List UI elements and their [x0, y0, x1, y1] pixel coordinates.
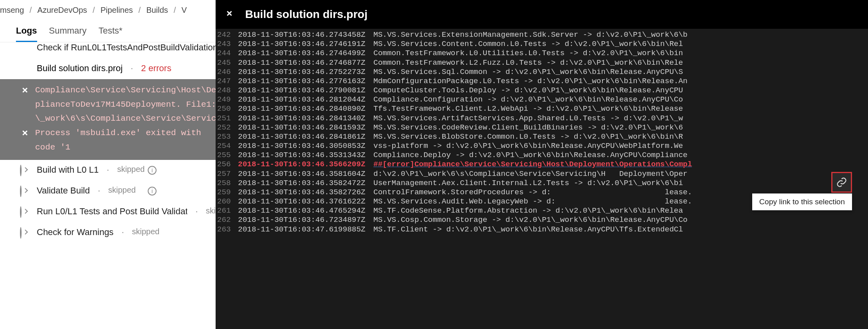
step-status-skipped: ski — [206, 206, 216, 215]
chevron-right-icon — [20, 207, 30, 217]
step-check-warnings[interactable]: Check for Warnings · skipped — [0, 222, 216, 243]
step-title: Build solution dirs.proj — [37, 63, 123, 74]
step-build-l0l1[interactable]: Build with L0 L1 · skipped i — [0, 160, 216, 181]
timestamp: 2018-11-30T16:03:46.2790081Z — [238, 86, 373, 95]
separator-dot: · — [129, 63, 135, 74]
info-icon[interactable]: i — [148, 187, 157, 195]
log-message: Compliance.Configuration -> d:\v2.0\P1\_… — [373, 95, 683, 104]
separator-dot: · — [194, 206, 199, 217]
step-title: Check for Warnings — [37, 227, 113, 237]
breadcrumb-item[interactable]: mseng — [0, 6, 24, 15]
tab-tests[interactable]: Tests* — [99, 26, 123, 42]
log-line[interactable]: 2432018-11-30T16:03:46.2746191ZMS.VS.Ser… — [216, 40, 868, 49]
step-build-dirs[interactable]: Build solution dirs.proj · 2 errors — [0, 58, 216, 79]
line-number: 255 — [216, 151, 238, 160]
timestamp: 2018-11-30T16:03:46.2841861Z — [238, 132, 373, 142]
timestamp: 2018-11-30T16:03:46.2840890Z — [238, 104, 373, 114]
timestamp: 2018-11-30T16:03:46.3050853Z — [238, 142, 373, 151]
log-line[interactable]: 2632018-11-30T16:03:47.6199885ZMS.TF.Cli… — [216, 225, 868, 234]
step-check-run[interactable]: Check if RunL0L1TestsAndPostBuildValidat… — [0, 42, 216, 58]
step-title: Check if RunL0L1TestsAndPostBuildValidat… — [37, 42, 216, 53]
log-message: MS.TF.Client -> d:\v2.0\P1\_work\6\bin\R… — [373, 225, 683, 234]
log-output[interactable]: 2422018-11-30T16:03:46.2743458ZMS.VS.Ser… — [216, 29, 868, 329]
error-count: 2 errors — [141, 63, 171, 74]
step-validate-build[interactable]: Validate Build · skipped i — [0, 181, 216, 201]
copy-link-tooltip: Copy link to this selection — [752, 193, 852, 210]
tab-summary[interactable]: Summary — [49, 26, 87, 42]
line-number: 248 — [216, 86, 238, 95]
log-line[interactable]: 2552018-11-30T16:03:46.3531343ZComplianc… — [216, 151, 868, 160]
chevron-separator: / — [93, 6, 95, 15]
line-number: 246 — [216, 68, 238, 77]
log-line[interactable]: 2582018-11-30T16:03:46.3582472ZUserManag… — [216, 179, 868, 188]
log-line[interactable]: 2512018-11-30T16:03:46.2841340ZMS.VS.Ser… — [216, 114, 868, 123]
log-line[interactable]: 2452018-11-30T16:03:46.2746877ZCommon.Te… — [216, 58, 868, 68]
line-number: 256 — [216, 160, 238, 169]
timestamp: 2018-11-30T16:03:46.3566209Z — [238, 160, 373, 169]
log-message: UserManagement.Aex.Client.Internal.L2.Te… — [373, 179, 683, 188]
breadcrumb-item[interactable]: V — [181, 6, 186, 15]
log-line[interactable]: 2422018-11-30T16:03:46.2743458ZMS.VS.Ser… — [216, 30, 868, 40]
log-line[interactable]: 2482018-11-30T16:03:46.2790081ZComputeCl… — [216, 86, 868, 95]
error-message-line: \_work\6\s\Compliance\Service\Servicing\… — [35, 112, 216, 126]
line-number: 242 — [216, 30, 238, 40]
log-message: vss-platform -> d:\v2.0\P1\_work\6\bin\R… — [373, 142, 683, 151]
breadcrumb-item[interactable]: Pipelines — [101, 6, 133, 15]
step-title: Validate Build — [37, 185, 90, 196]
breadcrumb-item[interactable]: AzureDevOps — [38, 6, 87, 15]
log-message: ##[error]Compliance\Service\Servicing\Ho… — [373, 160, 692, 169]
line-number: 244 — [216, 49, 238, 58]
tab-logs[interactable]: Logs — [16, 26, 37, 42]
log-line[interactable]: 2532018-11-30T16:03:46.2841861ZMS.VS.Ser… — [216, 132, 868, 142]
log-message: d:\v2.0\P1\_work\6\s\Compliance\Service\… — [373, 169, 688, 179]
log-message: MS.VS.Services.ExtensionManagement.Sdk.S… — [373, 30, 688, 40]
log-line[interactable]: 2492018-11-30T16:03:46.2812044ZComplianc… — [216, 95, 868, 104]
build-steps-pane: mseng/ AzureDevOps/ Pipelines/ Builds/ V… — [0, 0, 216, 329]
log-message: MS.VS.Services.Sql.Common -> d:\v2.0\P1\… — [373, 68, 683, 77]
log-message: MS.VS.Services.ArtifactServices.App.Shar… — [373, 114, 683, 123]
line-number: 257 — [216, 169, 238, 179]
link-icon — [836, 177, 847, 188]
error-message-line: plianceToDev17M145Deployment. File1: d:\… — [35, 98, 216, 112]
log-line[interactable]: 2572018-11-30T16:03:46.3581604Zd:\v2.0\P… — [216, 169, 868, 179]
log-message: MS.VS.Services.Audit.Web.LegacyWeb -> d:… — [373, 197, 692, 206]
line-number: 245 — [216, 58, 238, 68]
log-line[interactable]: 2442018-11-30T16:03:46.2746499ZCommon.Te… — [216, 49, 868, 58]
log-line[interactable]: 2502018-11-30T16:03:46.2840890ZTfs.TestF… — [216, 104, 868, 114]
log-line[interactable]: 2542018-11-30T16:03:46.3050853Zvss-platf… — [216, 142, 868, 151]
line-number: 262 — [216, 215, 238, 225]
chevron-right-icon — [20, 228, 30, 238]
chevron-right-icon — [20, 165, 30, 176]
copy-link-button[interactable] — [831, 172, 852, 193]
line-number: 260 — [216, 197, 238, 206]
chevron-separator: / — [30, 6, 32, 15]
step-list: Check if RunL0L1TestsAndPostBuildValidat… — [0, 42, 216, 243]
step-error-block[interactable]: Compliance\Service\Servicing\Host\Deploy… — [0, 79, 216, 160]
error-icon — [20, 85, 29, 94]
step-title: Run L0/L1 Tests and Post Build Validatio… — [37, 206, 187, 217]
error-icon — [20, 128, 29, 137]
timestamp: 2018-11-30T16:03:46.2841340Z — [238, 114, 373, 123]
timestamp: 2018-11-30T16:03:46.2746877Z — [238, 58, 373, 68]
error-icon — [20, 64, 30, 74]
log-line[interactable]: 2622018-11-30T16:03:46.7234897ZMS.VS.Cos… — [216, 215, 868, 225]
log-line[interactable]: 2472018-11-30T16:03:46.2776163ZMdmConfig… — [216, 77, 868, 86]
log-message: MdmConfigurationPackage.L0.Tests -> d:\v… — [373, 77, 688, 86]
log-message: Tfs.TestFramework.Client.L2.WebApi -> d:… — [373, 104, 683, 114]
log-message: Compliance.Deploy -> d:\v2.0\P1\_work\6\… — [373, 151, 688, 160]
separator-dot: · — [120, 227, 125, 237]
step-run-l0l1[interactable]: Run L0/L1 Tests and Post Build Validatio… — [0, 201, 216, 222]
log-line[interactable]: 2562018-11-30T16:03:46.3566209Z##[error]… — [216, 160, 868, 169]
line-number: 243 — [216, 40, 238, 49]
timestamp: 2018-11-30T16:03:46.3581604Z — [238, 169, 373, 179]
error-icon — [224, 8, 236, 20]
log-line[interactable]: 2462018-11-30T16:03:46.2752273ZMS.VS.Ser… — [216, 68, 868, 77]
info-icon[interactable]: i — [148, 166, 157, 175]
log-line[interactable]: 2522018-11-30T16:03:46.2841593ZMS.VS.Ser… — [216, 123, 868, 132]
line-number: 247 — [216, 77, 238, 86]
timestamp: 2018-11-30T16:03:46.2812044Z — [238, 95, 373, 104]
timestamp: 2018-11-30T16:03:47.6199885Z — [238, 225, 373, 234]
log-message: Common.TestFramework.L0.Utilities.L0.Tes… — [373, 49, 683, 58]
log-header: Build solution dirs.proj — [216, 0, 868, 29]
breadcrumb-item[interactable]: Builds — [146, 6, 168, 15]
